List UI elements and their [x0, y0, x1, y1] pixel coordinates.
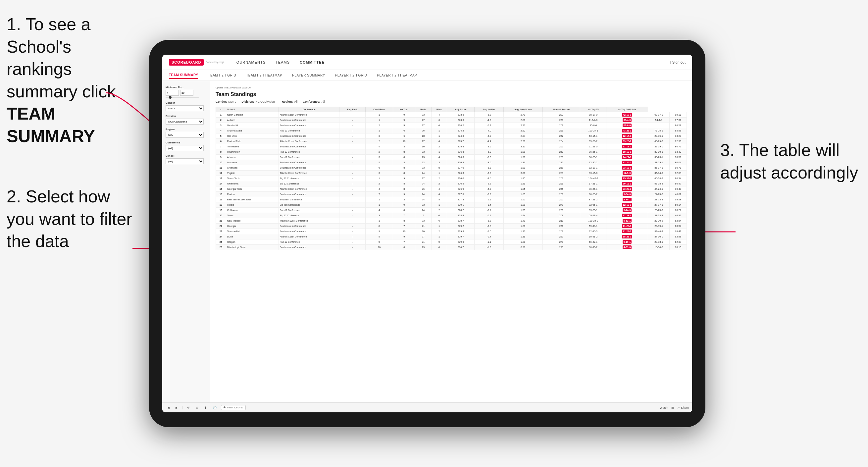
tablet-screen: SCOREBOARD Powered by clippi TOURNAMENTS…: [162, 55, 692, 412]
school-cell: Auburn: [226, 118, 279, 123]
sidebar-region-label: Region: [165, 128, 207, 131]
school-cell: East Tennessee State: [226, 197, 279, 203]
col-no-tour: No Tour: [393, 107, 415, 112]
conference-cell: Big 12 Conference: [279, 176, 339, 181]
conference-cell: Southeastern Conference: [279, 165, 339, 170]
conference-cell: Southeastern Conference: [279, 144, 339, 149]
school-cell: Alabama: [226, 160, 279, 165]
toolbar-forward[interactable]: ▶: [174, 405, 180, 410]
sidebar-division-select[interactable]: NCAA Division I NCAA Division II NCAA Di…: [165, 119, 204, 125]
filter-region: Region: All: [282, 100, 298, 103]
toolbar-icon1[interactable]: ⊞: [671, 406, 674, 409]
view-original-button[interactable]: 👁 View: Original: [221, 405, 245, 410]
sidebar-slider-thumb: [169, 96, 172, 99]
sidebar-region-select[interactable]: N/A All: [165, 132, 204, 138]
sidebar-gender-label: Gender: [165, 101, 207, 104]
standings-table: # School Conference Reg Rank Conf Rank N…: [216, 107, 687, 250]
rank-cell: 26: [216, 245, 226, 250]
sidebar-gender-select[interactable]: Men's Women's: [165, 105, 204, 111]
table-row: 4Arizona StatePac-12 Conference-16261274…: [216, 128, 687, 133]
conference-cell: Southeastern Conference: [279, 133, 339, 139]
table-row: 15Georgia TechAtlantic Coast Conference-…: [216, 186, 687, 192]
rank-cell: 18: [216, 203, 226, 208]
view-icon: 👁: [223, 406, 226, 409]
table-row: 5Ole MissSoutheastern Conference-3618127…: [216, 133, 687, 139]
school-cell: Texas A&M: [226, 229, 279, 234]
filter-conference: Conference: All: [303, 100, 325, 103]
bottom-toolbar: ◀ ▶ | ↺ ☆ ⬆ 🕐 👁 View: Original Watch ⊞ ↗…: [162, 402, 692, 412]
rank-cell: 7: [216, 144, 226, 149]
col-avg-par: Avg. to Par: [474, 107, 503, 112]
school-cell: Virginia: [226, 170, 279, 176]
school-cell: Texas: [226, 213, 279, 218]
col-wins: Wins: [431, 107, 447, 112]
col-conf-rank: Conf Rank: [365, 107, 393, 112]
conference-cell: Atlantic Coast Conference: [279, 139, 339, 144]
sub-nav: TEAM SUMMARY TEAM H2H GRID TEAM H2H HEAT…: [162, 70, 692, 81]
school-cell: Tennessee: [226, 144, 279, 149]
sidebar-school-select[interactable]: (All): [165, 158, 204, 164]
sidebar-division-label: Division: [165, 115, 207, 118]
table-row: 22GeorgiaSoutheastern Conference-8721127…: [216, 224, 687, 229]
filter-division: Division: NCAA Division I: [241, 100, 277, 103]
conference-cell: Southeastern Conference: [279, 224, 339, 229]
sub-nav-player-h2h-heatmap[interactable]: PLAYER H2H HEATMAP: [377, 72, 417, 79]
logo: SCOREBOARD: [169, 59, 204, 66]
sub-nav-player-h2h-grid[interactable]: PLAYER H2H GRID: [335, 72, 367, 79]
standings-title: Team Standings: [216, 91, 687, 97]
conference-cell: Southeastern Conference: [279, 229, 339, 234]
toolbar-share2[interactable]: ⬆: [203, 405, 209, 410]
rank-cell: 16: [216, 192, 226, 197]
school-cell: Georgia: [226, 224, 279, 229]
col-reg-rank: Reg Rank: [339, 107, 365, 112]
conference-cell: Pac-12 Conference: [279, 155, 339, 160]
toolbar-right: Watch ⊞ ↗ Share: [660, 406, 689, 409]
school-cell: Texas Tech: [226, 176, 279, 181]
toolbar-clock[interactable]: 🕐: [211, 405, 218, 410]
school-cell: Georgia Tech: [226, 186, 279, 192]
table-row: 8WashingtonPac-12 Conference-28231276.3-…: [216, 149, 687, 155]
toolbar-refresh[interactable]: ↺: [185, 405, 191, 410]
toolbar-bookmark[interactable]: ☆: [194, 405, 200, 410]
school-cell: Arizona: [226, 155, 279, 160]
nav-committee[interactable]: COMMITTEE: [300, 59, 324, 66]
conference-cell: Atlantic Coast Conference: [279, 186, 339, 192]
tablet-frame: SCOREBOARD Powered by clippi TOURNAMENTS…: [149, 40, 705, 427]
school-cell: Ole Miss: [226, 133, 279, 139]
watch-btn[interactable]: Watch: [660, 406, 668, 409]
school-cell: Arkansas: [226, 165, 279, 170]
share-btn[interactable]: ↗ Share: [677, 406, 689, 409]
sidebar-max-input[interactable]: [180, 90, 193, 96]
rank-cell: 12: [216, 170, 226, 176]
sidebar-min-input[interactable]: [165, 90, 179, 96]
nav-teams[interactable]: TEAMS: [276, 59, 290, 66]
rank-cell: 25: [216, 240, 226, 245]
sidebar-slider[interactable]: [165, 97, 199, 98]
table-row: 10AlabamaSoutheastern Conference-5823327…: [216, 160, 687, 165]
sub-nav-player-summary[interactable]: PLAYER SUMMARY: [292, 72, 325, 79]
sub-nav-team-h2h-heatmap[interactable]: TEAM H2H HEATMAP: [246, 72, 282, 79]
sidebar-conference-select[interactable]: (All): [165, 145, 204, 151]
conference-cell: Mountain West Conference: [279, 218, 339, 224]
table-row: 2AuburnSoutheastern Conference-19276273.…: [216, 118, 687, 123]
toolbar-back[interactable]: ◀: [165, 405, 171, 410]
table-row: 14OklahomaBig 12 Conference-28242276.5-5…: [216, 181, 687, 186]
rank-cell: 11: [216, 165, 226, 170]
view-label[interactable]: View: Original: [227, 406, 243, 409]
nav-tournaments[interactable]: TOURNAMENTS: [234, 59, 266, 66]
table-row: 18IllinoisBig Ten Conference-19231279.1-…: [216, 203, 687, 208]
nav-sign-out[interactable]: | Sign out: [670, 60, 685, 64]
rank-cell: 10: [216, 160, 226, 165]
school-cell: Arizona State: [226, 128, 279, 133]
table-row: 7TennesseeSoutheastern Conference-481622…: [216, 144, 687, 149]
rank-cell: 1: [216, 112, 226, 118]
sub-nav-team-h2h-grid[interactable]: TEAM H2H GRID: [208, 72, 236, 79]
table-row: 26Mississippi StateSoutheastern Conferen…: [216, 245, 687, 250]
school-cell: North Carolina: [226, 112, 279, 118]
table-row: 16FloridaSoutheastern Conference-7924427…: [216, 192, 687, 197]
filters-row: Gender: Men's Division: NCAA Division I …: [216, 100, 687, 103]
school-cell: Washington: [226, 149, 279, 155]
school-cell: California: [226, 208, 279, 213]
rank-cell: 5: [216, 133, 226, 139]
sub-nav-team-summary[interactable]: TEAM SUMMARY: [169, 72, 198, 79]
